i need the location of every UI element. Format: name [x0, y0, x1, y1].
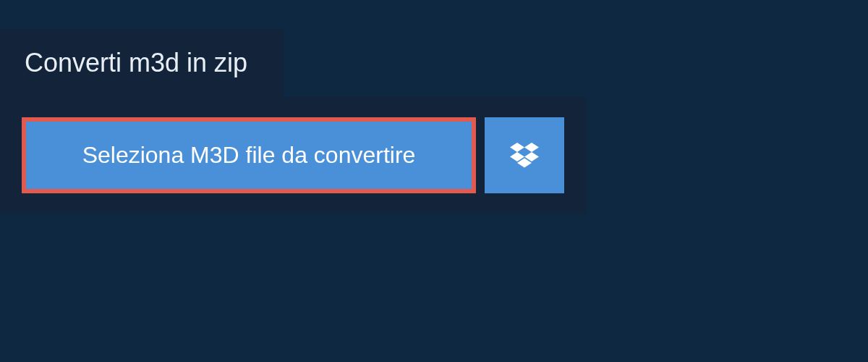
dropbox-icon — [510, 143, 539, 169]
tab-header[interactable]: Converti m3d in zip — [0, 29, 284, 97]
select-file-label: Seleziona M3D file da convertire — [82, 142, 416, 169]
dropbox-button[interactable] — [485, 117, 564, 193]
select-file-button[interactable]: Seleziona M3D file da convertire — [22, 117, 476, 193]
tab-title: Converti m3d in zip — [25, 48, 247, 77]
action-panel: Seleziona M3D file da convertire — [0, 97, 586, 214]
